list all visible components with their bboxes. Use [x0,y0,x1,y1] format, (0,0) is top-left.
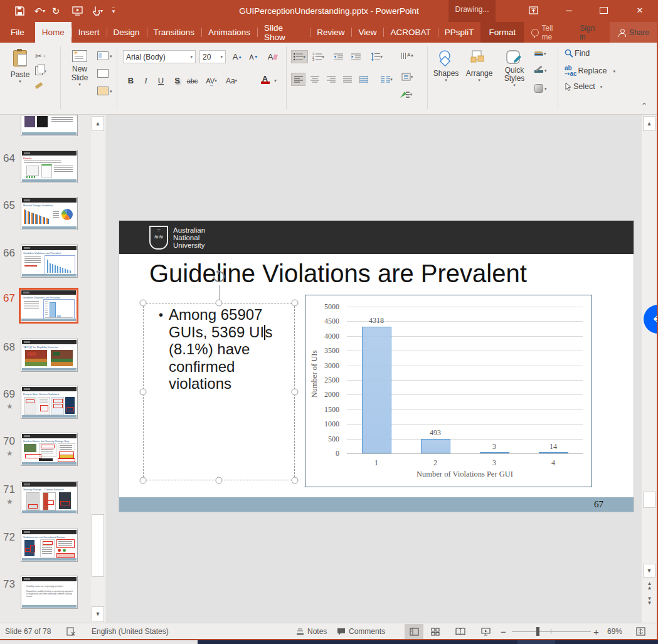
minimize-icon[interactable]: ─ [555,0,583,20]
save-icon[interactable] [9,2,30,21]
maximize-icon[interactable] [590,0,617,20]
slide-thumbnail-69[interactable]: Easy-to-Spot, Serious Violations [21,386,78,419]
start-from-beginning-icon[interactable] [66,2,88,21]
slide-thumbnail-73[interactable]: Usability issues are surprisingly preval… [21,576,78,609]
slide-thumbnail-72[interactable]: Violations are not Considered Serious [21,529,78,562]
reset-slide-button[interactable]: ↺ [97,69,109,78]
tab-insert[interactable]: Insert [72,22,107,43]
tab-ppsplit[interactable]: PPspliT [438,22,481,43]
zoom-in-icon[interactable]: + [593,623,599,640]
decrease-font-size-button[interactable]: A▼ [247,50,260,63]
slide-show-view-icon[interactable] [476,624,495,639]
decrease-indent-button[interactable] [331,50,346,63]
bullet-textbox[interactable]: • Among 65907 GUIs, 5369 UIs (8.1%) have… [143,303,295,480]
shapes-button[interactable]: Shapes▾ [432,50,460,82]
bold-button[interactable]: B [124,74,137,87]
change-case-button[interactable]: Aa▾ [223,74,240,87]
text-direction-button[interactable]: A▾ [398,49,417,62]
main-scrollbar-thumb[interactable] [643,492,655,508]
shape-outline-button[interactable]: ▾ [534,68,547,73]
resize-handle-mid-right[interactable] [292,389,299,396]
normal-view-icon[interactable] [405,624,423,639]
sign-in-button[interactable]: Sign in [571,22,610,43]
increase-font-size-button[interactable]: A▲ [231,50,244,63]
paste-button[interactable]: Paste▾ [6,50,34,83]
slide-67[interactable]: ⁘≋≋ Australian National University Guide… [119,221,634,512]
rotate-handle-icon[interactable] [212,270,226,283]
shape-fill-button[interactable]: ▾ [534,51,546,56]
format-painter-button[interactable] [35,84,43,87]
bullets-button[interactable]: ▾ [291,50,308,63]
text-shadow-button[interactable]: S [171,74,184,87]
copy-button[interactable]: ▾ [35,66,46,75]
customize-qat-icon[interactable]: ▾− [103,2,124,21]
resize-handle-top-right[interactable] [292,300,299,307]
collapse-ribbon-icon[interactable]: ⌃ [641,102,647,110]
zoom-level[interactable]: 69% [607,623,622,640]
slide-sorter-view-icon[interactable] [426,624,445,639]
line-spacing-button[interactable]: ▾ [368,50,386,63]
slide-thumbnail-70[interactable]: Hard-to-Notice, but Severity Ratings Var… [21,433,78,466]
repeat-icon[interactable]: ↻ [45,2,66,21]
section-button[interactable]: ▾ [97,87,112,95]
slide-thumbnail-67[interactable]: Guideline Violations are Prevalent [19,288,78,324]
distribute-text-button[interactable] [356,73,371,86]
cut-button[interactable]: ✂▾ [35,51,45,61]
font-size-combo[interactable]: 20▾ [199,50,226,63]
align-right-button[interactable] [324,73,338,86]
tab-transitions[interactable]: Transitions [147,22,202,43]
main-scroll-up-icon[interactable]: ▲ [643,116,655,131]
ribbon-display-options-icon[interactable] [519,0,547,20]
slide-thumbnail-65[interactable]: Material Design Guidelines [21,197,78,230]
underline-button[interactable]: U [154,74,167,87]
proofing-status-icon[interactable] [66,623,75,640]
comments-button[interactable]: Comments [337,623,385,640]
align-text-button[interactable]: ▾ [398,70,417,83]
quick-styles-button[interactable]: Quick Styles▾ [498,50,531,87]
tab-design[interactable]: Design [107,22,147,43]
replace-button[interactable]: ab⇢ac Replace▾ [565,65,615,77]
strikethrough-button[interactable]: abc [186,74,199,87]
font-color-button[interactable]: A [258,73,272,86]
tab-view[interactable]: View [351,22,383,43]
columns-button[interactable]: ▾ [378,73,396,86]
align-left-button[interactable] [291,73,305,86]
previous-slide-icon[interactable]: ▲▲ [643,581,656,590]
align-center-button[interactable] [307,73,322,86]
font-color-dropdown-icon[interactable]: ▾ [272,74,279,87]
font-name-combo[interactable]: Arial (Body)▾ [123,50,196,63]
slide-thumbnail-64[interactable]: Results [21,150,78,183]
main-scroll-down-icon[interactable]: ▼ [643,564,655,578]
zoom-slider-thumb[interactable] [536,627,539,636]
resize-handle-mid-left[interactable] [140,389,147,396]
bullet-text[interactable]: Among 65907 GUIs, 5369 UIs (8.1%) have c… [169,306,294,393]
thumbnail-scroll-up-icon[interactable]: ▲ [92,116,104,131]
tell-me-button[interactable]: Tell me [524,22,571,43]
find-button[interactable]: Find [565,49,590,58]
numbering-button[interactable]: 123▾ [310,50,327,63]
share-button[interactable]: Share [610,22,658,43]
slide-thumbnail-63[interactable] [21,115,78,136]
zoom-out-icon[interactable]: − [501,623,506,640]
resize-handle-top-center[interactable] [216,300,223,307]
next-slide-icon[interactable]: ▼▼ [643,596,656,605]
italic-button[interactable]: I [139,74,152,87]
close-icon[interactable]: ✕ [624,0,655,20]
thumbnail-scroll-down-icon[interactable]: ▼ [92,606,104,621]
resize-handle-top-left[interactable] [140,300,147,307]
clear-formatting-button[interactable]: A [266,50,279,63]
slide-thumbnail-66[interactable]: Guideline Violations are Prevalent [21,245,78,278]
resize-handle-bottom-left[interactable] [140,477,147,484]
shape-effects-button[interactable]: ▾ [534,84,547,93]
thumbnail-scrollbar-thumb[interactable] [92,514,104,577]
increase-indent-button[interactable] [349,50,363,63]
tab-slide-show[interactable]: Slide Show [257,22,310,43]
slide-thumbnail-68[interactable]: "看不清" for Illegibility Detection [21,339,78,372]
character-spacing-button[interactable]: AV↔▾ [203,74,220,87]
convert-to-smartart-button[interactable]: ▾ [395,88,417,101]
resize-handle-bottom-right[interactable] [292,477,299,484]
justify-button[interactable] [340,73,354,86]
tab-home[interactable]: Home [35,22,72,43]
tab-acrobat[interactable]: ACROBAT [383,22,437,43]
bar-chart-object[interactable]: Number of UIs 05001000150020002500300035… [305,295,592,487]
